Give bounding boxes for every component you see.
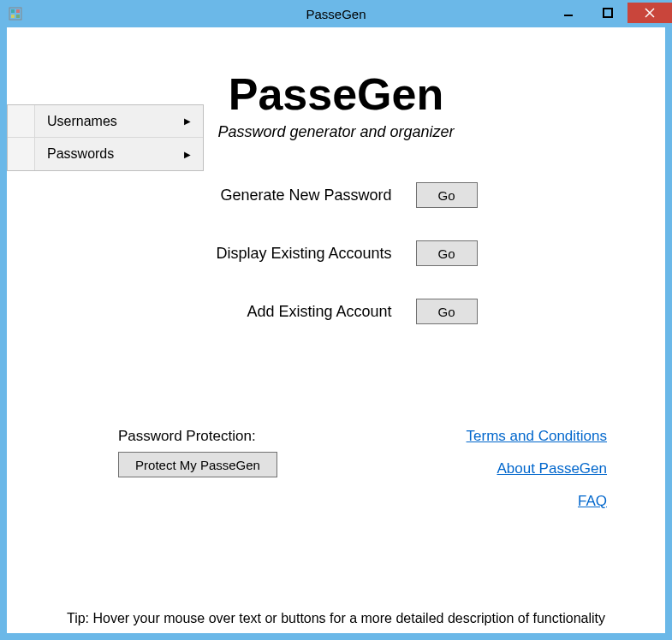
- faq-link[interactable]: FAQ: [578, 493, 607, 510]
- terms-link[interactable]: Terms and Conditions: [467, 428, 607, 445]
- svg-rect-2: [16, 9, 20, 13]
- generate-password-button[interactable]: Go: [416, 182, 478, 208]
- menu-item-passwords[interactable]: Passwords ▶: [8, 138, 203, 170]
- svg-rect-3: [11, 15, 15, 18]
- action-label: Display Existing Accounts: [195, 245, 392, 263]
- main-menu: Usernames ▶ Passwords ▶: [7, 104, 204, 171]
- menu-icon-column: [8, 105, 35, 137]
- actions: Generate New Password Go Display Existin…: [7, 182, 665, 324]
- action-row-add: Add Existing Account Go: [7, 299, 665, 324]
- chevron-right-icon: ▶: [184, 116, 191, 126]
- menu-item-usernames[interactable]: Usernames ▶: [8, 105, 203, 138]
- menu-icon-column: [8, 138, 35, 170]
- display-accounts-button[interactable]: Go: [416, 240, 478, 266]
- protect-button[interactable]: Protect My PasseGen: [118, 452, 277, 477]
- app-icon: [9, 7, 22, 21]
- footer-links: Terms and Conditions About PasseGen FAQ: [467, 428, 631, 510]
- action-label: Generate New Password: [195, 187, 392, 204]
- action-row-display: Display Existing Accounts Go: [7, 240, 665, 266]
- window-title: PasseGen: [306, 7, 366, 21]
- window-controls: [549, 3, 672, 25]
- action-row-generate: Generate New Password Go: [7, 182, 665, 208]
- svg-rect-1: [11, 9, 15, 13]
- svg-rect-6: [604, 9, 612, 17]
- menu-item-label: Usernames: [47, 114, 184, 129]
- bottom-area: Password Protection: Protect My PasseGen…: [7, 428, 665, 510]
- svg-rect-4: [16, 15, 20, 18]
- chevron-right-icon: ▶: [184, 150, 191, 159]
- about-link[interactable]: About PasseGen: [497, 460, 607, 477]
- maximize-button[interactable]: [588, 3, 627, 23]
- close-button[interactable]: [627, 3, 672, 23]
- menu-item-label: Passwords: [47, 146, 184, 162]
- protection-label: Password Protection:: [118, 428, 277, 445]
- client-area: Usernames ▶ Passwords ▶ PasseGen Passwor…: [7, 27, 665, 633]
- titlebar: PasseGen: [0, 0, 672, 27]
- add-account-button[interactable]: Go: [416, 299, 478, 324]
- password-protection: Password Protection: Protect My PasseGen: [118, 428, 277, 510]
- tip-text: Tip: Hover your mouse over text or butto…: [7, 611, 665, 626]
- minimize-button[interactable]: [549, 3, 588, 23]
- svg-rect-5: [564, 15, 573, 16]
- app-window: PasseGen Usernames ▶ Passwords ▶: [0, 0, 672, 640]
- action-label: Add Existing Account: [195, 303, 392, 321]
